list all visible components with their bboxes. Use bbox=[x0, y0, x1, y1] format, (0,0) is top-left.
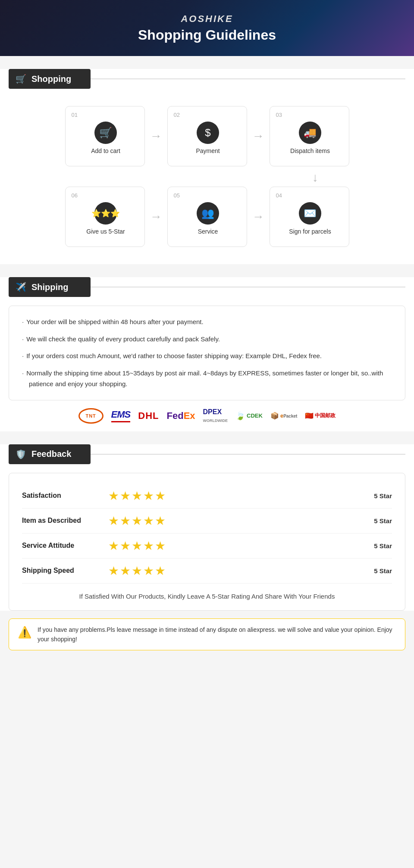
fedex-logo: FedEx bbox=[167, 410, 195, 422]
step-5-num: 05 bbox=[174, 192, 180, 199]
shipping-section-header: ✈️ Shipping bbox=[9, 277, 405, 297]
steps-row-2: 06 ⭐⭐⭐ Give us 5-Star ← 05 👥 Service ← 0… bbox=[17, 187, 397, 247]
step-5-box: 05 👥 Service bbox=[167, 187, 247, 247]
step-1-box: 01 🛒 Add to cart bbox=[65, 106, 145, 166]
steps-area: 01 🛒 Add to cart → 02 $ Payment → 03 🚚 D… bbox=[0, 97, 414, 264]
step-2-num: 02 bbox=[174, 112, 180, 118]
step-4-label: Sign for parcels bbox=[276, 228, 345, 235]
arrow-6-5: ← bbox=[150, 210, 162, 224]
carriers-row: TNT EMS DHL FedEx DPEXWORLDWIDE 🍃 CDEK 📦… bbox=[0, 400, 414, 431]
step-5-icon: 👥 bbox=[197, 202, 219, 225]
feedback-icon: 🛡️ bbox=[16, 449, 26, 459]
arrow-down: ↓ bbox=[312, 171, 318, 184]
shipping-header-block: ✈️ Shipping bbox=[9, 277, 91, 297]
shopping-icon: 🛒 bbox=[16, 74, 26, 84]
satisfaction-stars: ★★★★★ bbox=[108, 489, 358, 503]
step-6-num: 06 bbox=[72, 192, 78, 199]
feedback-row-service: Service Attitude ★★★★★ 5 Star bbox=[22, 534, 392, 559]
step-6-icon: ⭐⭐⭐ bbox=[94, 202, 117, 225]
shopping-header-block: 🛒 Shopping bbox=[9, 69, 91, 89]
step-2-box: 02 $ Payment bbox=[167, 106, 247, 166]
brand-name: AOSHIKE bbox=[181, 13, 233, 25]
arrow-down-wrap: ↓ bbox=[17, 171, 397, 184]
warning-bar: ⚠️ If you have any problems.Pls leave me… bbox=[9, 618, 405, 651]
shipping-speed-count: 5 Star bbox=[358, 567, 392, 575]
item-stars: ★★★★★ bbox=[108, 514, 358, 528]
shipping-speed-label: Shipping Speed bbox=[22, 567, 108, 575]
shipping-speed-stars: ★★★★★ bbox=[108, 564, 358, 578]
service-stars: ★★★★★ bbox=[108, 539, 358, 553]
shipping-label: Shipping bbox=[31, 282, 69, 292]
shipping-divider bbox=[91, 287, 405, 287]
step-1-icon: 🛒 bbox=[94, 122, 117, 144]
step-6-box: 06 ⭐⭐⭐ Give us 5-Star bbox=[65, 187, 145, 247]
shipping-point-2: ·We will check the quality of every prod… bbox=[22, 334, 392, 345]
feedback-divider bbox=[91, 454, 405, 455]
hero-banner: AOSHIKE Shopping Guidelines bbox=[0, 0, 414, 56]
feedback-info-box: Satisfaction ★★★★★ 5 Star Item as Descri… bbox=[9, 473, 405, 611]
feedback-header-block: 🛡️ Feedback bbox=[9, 444, 91, 464]
shipping-info-box: ·Your order will be shipped within 48 ho… bbox=[9, 306, 405, 400]
page-title: Shopping Guidelines bbox=[138, 27, 276, 43]
item-count: 5 Star bbox=[358, 517, 392, 525]
chinapost-logo: 🇨🇳 中国邮政 bbox=[305, 412, 336, 420]
step-3-label: Dispatch items bbox=[276, 147, 345, 154]
step-3-num: 03 bbox=[276, 112, 282, 118]
step-3-icon: 🚚 bbox=[299, 122, 321, 144]
service-label: Service Attitude bbox=[22, 542, 108, 550]
arrow-1-2: → bbox=[150, 129, 162, 143]
service-count: 5 Star bbox=[358, 542, 392, 550]
step-4-box: 04 ✉️ Sign for parcels bbox=[270, 187, 349, 247]
step-1-label: Add to cart bbox=[72, 147, 140, 154]
tnt-logo: TNT bbox=[78, 408, 104, 424]
shipping-point-4: ·Normally the shipping time about 15~35d… bbox=[22, 368, 392, 390]
feedback-row-shipping: Shipping Speed ★★★★★ 5 Star bbox=[22, 559, 392, 584]
step-1-num: 01 bbox=[72, 112, 78, 118]
step-3-box: 03 🚚 Dispatch items bbox=[270, 106, 349, 166]
dhl-logo: DHL bbox=[138, 410, 159, 422]
satisfaction-label: Satisfaction bbox=[22, 492, 108, 500]
step-6-label: Give us 5-Star bbox=[72, 228, 140, 235]
dpex-logo: DPEXWORLDWIDE bbox=[203, 408, 228, 424]
shipping-point-1: ·Your order will be shipped within 48 ho… bbox=[22, 316, 392, 328]
feedback-label: Feedback bbox=[31, 449, 71, 459]
warning-icon: ⚠️ bbox=[18, 626, 31, 639]
step-4-num: 04 bbox=[276, 192, 282, 199]
step-2-icon: $ bbox=[197, 122, 219, 144]
cdek-logo: 🍃 CDEK bbox=[235, 411, 263, 421]
shopping-divider bbox=[91, 78, 405, 79]
shopping-section-header: 🛒 Shopping bbox=[9, 69, 405, 89]
steps-row-1: 01 🛒 Add to cart → 02 $ Payment → 03 🚚 D… bbox=[17, 106, 397, 166]
arrow-5-4: ← bbox=[252, 210, 264, 224]
step-5-label: Service bbox=[174, 228, 242, 235]
feedback-section-header: 🛡️ Feedback bbox=[9, 444, 405, 464]
shipping-icon: ✈️ bbox=[16, 282, 26, 292]
satisfaction-count: 5 Star bbox=[358, 492, 392, 500]
shopping-label: Shopping bbox=[31, 74, 71, 84]
ems-logo: EMS bbox=[111, 409, 131, 422]
warning-text: If you have any problems.Pls leave messa… bbox=[38, 625, 396, 644]
feedback-row-satisfaction: Satisfaction ★★★★★ 5 Star bbox=[22, 484, 392, 509]
epacket-logo: 📦 ePacket bbox=[270, 412, 297, 420]
step-4-icon: ✉️ bbox=[299, 202, 321, 225]
feedback-footer: If Satisfied With Our Products, Kindly L… bbox=[22, 591, 392, 602]
shipping-point-3: ·If your orders cost much Amount, we'd r… bbox=[22, 350, 392, 362]
item-label: Item as Described bbox=[22, 517, 108, 525]
step-2-label: Payment bbox=[174, 147, 242, 154]
feedback-row-item: Item as Described ★★★★★ 5 Star bbox=[22, 509, 392, 534]
arrow-2-3: → bbox=[252, 129, 264, 143]
